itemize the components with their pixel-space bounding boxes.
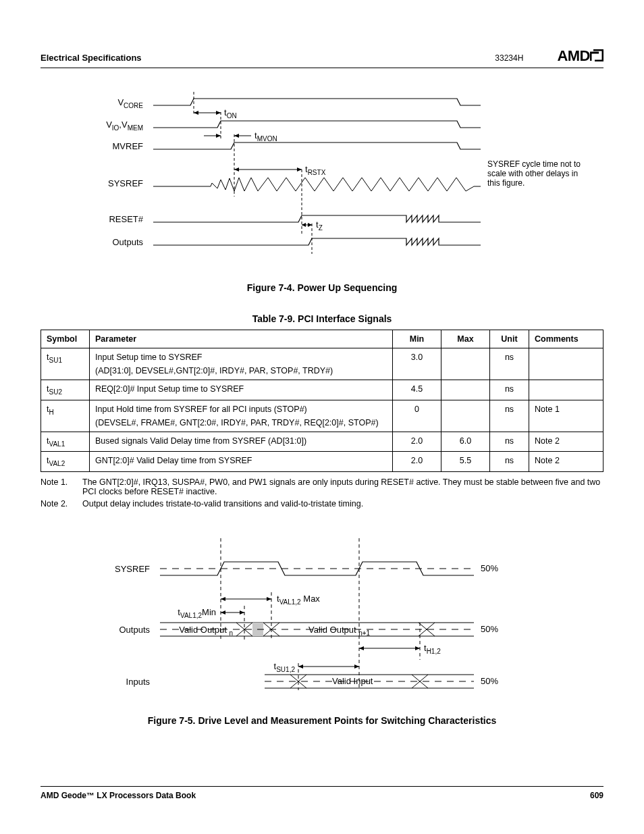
table-row: tVAL1Bused signals Valid Delay time from… xyxy=(41,432,603,452)
svg-text:SYSREF: SYSREF xyxy=(115,564,150,574)
figure-7-5-diagram: SYSREF Outputs Inputs 50% 50% Valid Outp… xyxy=(41,528,603,704)
svg-marker-46 xyxy=(267,597,271,601)
table-note: Note 1.The GNT[2:0]#, IRQ13, SUSPA#, PW0… xyxy=(41,477,603,496)
svg-text:tSU1,2: tSU1,2 xyxy=(274,661,296,673)
table-row: tVAL2GNT[2:0]# Valid Delay time from SYS… xyxy=(41,452,603,472)
th-symbol: Symbol xyxy=(41,330,90,348)
svg-marker-64 xyxy=(298,664,303,669)
table-7-9-caption: Table 7-9. PCI Interface Signals xyxy=(41,313,603,324)
page-header: Electrical Specifications 33234H AMD xyxy=(41,47,603,68)
svg-marker-12 xyxy=(194,111,198,115)
th-max: Max xyxy=(441,330,490,348)
svg-text:Outputs: Outputs xyxy=(112,237,143,247)
section-title: Electrical Specifications xyxy=(41,53,142,63)
svg-text:50%: 50% xyxy=(481,676,498,686)
svg-text:tON: tON xyxy=(224,107,237,120)
table-row: tHInput Hold time from SYSREF for all PC… xyxy=(41,400,603,432)
svg-marker-45 xyxy=(221,597,225,601)
th-unit: Unit xyxy=(490,330,529,348)
svg-text:SYSREF: SYSREF xyxy=(108,178,143,188)
svg-marker-21 xyxy=(234,167,239,172)
table-7-9-notes: Note 1.The GNT[2:0]#, IRQ13, SUSPA#, PW0… xyxy=(41,477,603,509)
table-7-9: Symbol Parameter Min Max Unit Comments t… xyxy=(41,330,603,472)
svg-text:tH1,2: tH1,2 xyxy=(424,643,441,655)
table-row: tSU1Input Setup time to SYSREF(AD[31:0],… xyxy=(41,348,603,380)
footer-page-number: 609 xyxy=(590,791,603,800)
svg-text:tVAL1,2 Max: tVAL1,2 Max xyxy=(277,594,320,606)
svg-text:tRSTX: tRSTX xyxy=(305,164,326,176)
table-note: Note 2.Output delay includes tristate-to… xyxy=(41,499,603,509)
svg-marker-65 xyxy=(354,664,359,669)
svg-text:Valid Output n+1: Valid Output n+1 xyxy=(308,625,371,637)
figure-7-4-diagram: VCORE VIO,VMEM MVREF SYSREF RESET# Outpu… xyxy=(41,88,603,271)
svg-text:Inputs: Inputs xyxy=(126,677,151,687)
svg-marker-25 xyxy=(302,223,306,227)
svg-text:VIO,VMEM: VIO,VMEM xyxy=(106,120,143,132)
doc-id: 33234H xyxy=(495,53,523,63)
figure-7-5-caption: Figure 7-5. Drive Level and Measurement … xyxy=(41,715,603,726)
svg-text:Valid Input: Valid Input xyxy=(332,676,373,686)
figure-7-4-caption: Figure 7-4. Power Up Sequencing xyxy=(41,282,603,293)
th-min: Min xyxy=(393,330,441,348)
amd-logo-text: AMD xyxy=(557,47,590,64)
svg-marker-50 xyxy=(240,610,244,615)
amd-logo: AMD xyxy=(557,47,603,65)
svg-text:RESET#: RESET# xyxy=(109,214,143,224)
svg-text:50%: 50% xyxy=(481,563,498,573)
svg-text:VCORE: VCORE xyxy=(117,97,143,109)
th-parameter: Parameter xyxy=(90,330,393,348)
svg-text:tZ: tZ xyxy=(316,219,323,232)
table-header-row: Symbol Parameter Min Max Unit Comments xyxy=(41,330,603,348)
th-comments: Comments xyxy=(529,330,603,348)
svg-text:tMVON: tMVON xyxy=(254,130,277,142)
svg-marker-18 xyxy=(234,134,239,138)
svg-marker-26 xyxy=(308,223,312,227)
svg-text:Valid Output n: Valid Output n xyxy=(179,625,233,637)
svg-marker-16 xyxy=(216,134,221,138)
page-footer: AMD Geode™ LX Processors Data Book 609 xyxy=(41,786,603,800)
svg-marker-54 xyxy=(359,646,364,650)
footer-title: AMD Geode™ LX Processors Data Book xyxy=(41,791,196,800)
svg-marker-22 xyxy=(297,167,302,172)
svg-marker-13 xyxy=(216,111,221,115)
svg-text:Outputs: Outputs xyxy=(119,625,150,635)
svg-text:50%: 50% xyxy=(481,624,498,634)
svg-marker-49 xyxy=(221,610,225,615)
svg-text:tVAL1,2Min: tVAL1,2Min xyxy=(178,607,216,619)
figure-7-4-side-note: SYSREF cycle time not to scale with othe… xyxy=(487,159,589,188)
svg-text:MVREF: MVREF xyxy=(113,141,144,151)
table-row: tSU2REQ[2:0]# Input Setup time to SYSREF… xyxy=(41,380,603,400)
svg-marker-55 xyxy=(415,646,420,650)
amd-logo-arrow-icon xyxy=(590,48,603,66)
